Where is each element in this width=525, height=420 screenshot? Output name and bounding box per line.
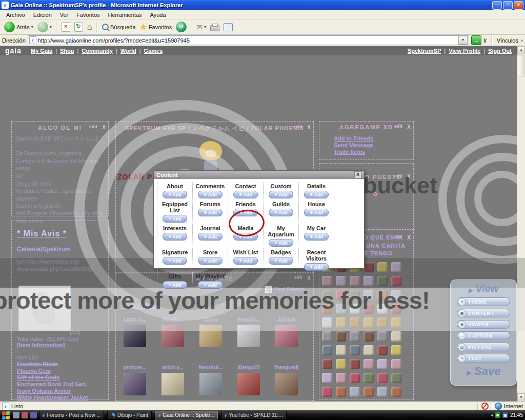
add-button[interactable]: + Add: [269, 191, 293, 198]
task-button[interactable]: e Gaia Online :: Spektr...: [155, 411, 218, 419]
refresh-button[interactable]: ↻: [72, 21, 85, 34]
add-button[interactable]: + Add: [163, 257, 187, 265]
tray-user-icon[interactable]: ☻: [495, 412, 500, 418]
add-button[interactable]: + Add: [304, 191, 329, 198]
friend-name-link[interactable]: django22: [237, 365, 260, 370]
close-section-icon[interactable]: X: [407, 124, 411, 130]
friend-name-link[interactable]: witch y...: [162, 365, 184, 370]
address-dropdown-icon[interactable]: ▾: [458, 36, 468, 45]
item-link[interactable]: Plasma Gear: [17, 368, 59, 374]
page-scrollbar[interactable]: ▲ ▼: [517, 46, 525, 402]
add-button[interactable]: + Add: [163, 191, 187, 198]
scroll-down-icon[interactable]: ▼: [517, 393, 525, 402]
print-button[interactable]: [208, 21, 221, 34]
menu-item[interactable]: Favoritos: [72, 12, 104, 18]
quicklaunch-icon[interactable]: [22, 412, 28, 418]
friend-avatar[interactable]: [124, 373, 146, 395]
gaia-nav-link[interactable]: Shop: [60, 48, 74, 54]
save-button[interactable]: ▶ Save: [451, 365, 516, 378]
add-button[interactable]: + Add: [163, 215, 187, 223]
gaia-nav-link[interactable]: Community: [82, 48, 113, 54]
add-button[interactable]: + Add: [233, 191, 258, 198]
search-button[interactable]: Búsqueda: [100, 21, 138, 34]
edit-button[interactable]: [221, 21, 235, 34]
friend-name-link[interactable]: protoze...: [124, 365, 146, 370]
menu-item[interactable]: Herramientas: [104, 12, 146, 18]
gaia-nav-link[interactable]: Games: [144, 48, 163, 54]
minimize-button[interactable]: —: [492, 1, 502, 10]
agregame-link[interactable]: Trade Items: [334, 149, 365, 155]
back-button[interactable]: ← Atrás ▾: [2, 21, 35, 34]
agregame-link[interactable]: Send Message: [334, 142, 373, 148]
celestialspektrum-link[interactable]: CelestialSpektrum: [17, 246, 71, 253]
gaia-user-nav-link[interactable]: View Profile: [449, 48, 480, 54]
clock[interactable]: 21:45: [510, 412, 523, 418]
add-button[interactable]: + Add: [304, 233, 329, 241]
item-link[interactable]: White Heartbreaker Jacket: [17, 394, 88, 401]
friend-avatar[interactable]: [199, 373, 222, 395]
editor-button[interactable]: ✦ THEME: [457, 297, 510, 306]
task-button[interactable]: e Forums - Post a New ...: [39, 411, 104, 419]
edit-link[interactable]: edit: [294, 124, 302, 129]
add-button[interactable]: + Add: [163, 281, 187, 289]
close-button[interactable]: ×: [514, 1, 523, 10]
tray-expand-icon[interactable]: ◂: [491, 413, 493, 417]
add-button[interactable]: + Add: [304, 263, 329, 271]
item-link[interactable]: Enchanted Book 2nd Gen.: [17, 381, 88, 388]
add-button[interactable]: + Add: [198, 281, 223, 289]
add-button[interactable]: + Add: [198, 209, 223, 216]
gaia-logo[interactable]: gaia: [5, 47, 22, 55]
editor-button[interactable]: ✎ TEXT: [457, 354, 510, 363]
menu-item[interactable]: Ver: [56, 12, 73, 18]
item-link[interactable]: Frostbite Blade: [17, 361, 59, 368]
tray-network-icon[interactable]: ▣: [502, 412, 508, 418]
forward-dropdown-icon[interactable]: ▾: [50, 25, 52, 29]
links-more-icon[interactable]: »: [520, 38, 523, 43]
add-button[interactable]: + Add: [269, 209, 293, 216]
links-label[interactable]: Vínculos: [497, 37, 518, 44]
task-button[interactable]: ✎ Dibujo - Paint: [107, 411, 151, 419]
menu-item[interactable]: Ayuda: [146, 12, 170, 18]
dialog-titlebar[interactable]: Content X: [154, 171, 364, 179]
gaia-user-nav-link[interactable]: SpektrumSP: [408, 48, 441, 54]
history-button[interactable]: ↺: [174, 21, 189, 34]
address-input[interactable]: e http://www.gaiaonline.com/profiles/?mo…: [28, 35, 469, 45]
friend-avatar[interactable]: [237, 373, 260, 395]
quicklaunch-icon[interactable]: [13, 412, 19, 418]
close-section-icon[interactable]: X: [407, 235, 411, 241]
add-button[interactable]: + Add: [269, 257, 293, 265]
back-dropdown-icon[interactable]: ▾: [31, 25, 33, 29]
add-button[interactable]: + Add: [163, 233, 187, 241]
item-information-link[interactable]: [Item Information]: [17, 342, 65, 348]
friend-name-link[interactable]: Neoskul...: [198, 365, 223, 370]
add-button[interactable]: + Add: [269, 239, 293, 247]
gaia-nav-link[interactable]: World: [120, 48, 136, 54]
favorites-button[interactable]: ★ Favoritos: [138, 21, 174, 34]
quicklaunch-icon[interactable]: [30, 412, 37, 418]
menu-item[interactable]: Edición: [29, 12, 56, 18]
gaia-user-nav-link[interactable]: Sign Out: [488, 48, 512, 54]
home-button[interactable]: ⌂: [85, 21, 94, 34]
mail-dropdown-icon[interactable]: ▾: [204, 25, 206, 29]
close-section-icon[interactable]: X: [307, 125, 311, 130]
scroll-up-icon[interactable]: ▲: [517, 46, 525, 54]
go-button-icon[interactable]: →: [471, 35, 481, 45]
add-button[interactable]: + Add: [198, 233, 223, 241]
add-button[interactable]: + Add: [198, 191, 223, 198]
add-button[interactable]: + Add: [198, 257, 223, 265]
add-button[interactable]: + Add: [233, 257, 258, 265]
dialog-close-icon[interactable]: X: [354, 171, 361, 178]
edit-link[interactable]: edit: [89, 124, 97, 129]
add-button[interactable]: + Add: [304, 209, 329, 216]
editor-button[interactable]: ▨ PICTURE: [457, 343, 510, 351]
close-section-icon[interactable]: X: [102, 125, 106, 130]
go-label[interactable]: Ir: [483, 37, 487, 44]
friend-name-link[interactable]: theaguadj: [274, 365, 298, 370]
task-button[interactable]: e YouTube - SPKLD 11:...: [221, 411, 287, 419]
friend-avatar[interactable]: [161, 373, 184, 395]
menu-item[interactable]: Archivo: [2, 12, 29, 18]
start-button[interactable]: [2, 411, 11, 419]
mail-button[interactable]: ✉ ▾: [194, 21, 208, 34]
edit-link[interactable]: edit: [394, 124, 402, 129]
item-link[interactable]: Gift of the Gods: [17, 374, 59, 381]
